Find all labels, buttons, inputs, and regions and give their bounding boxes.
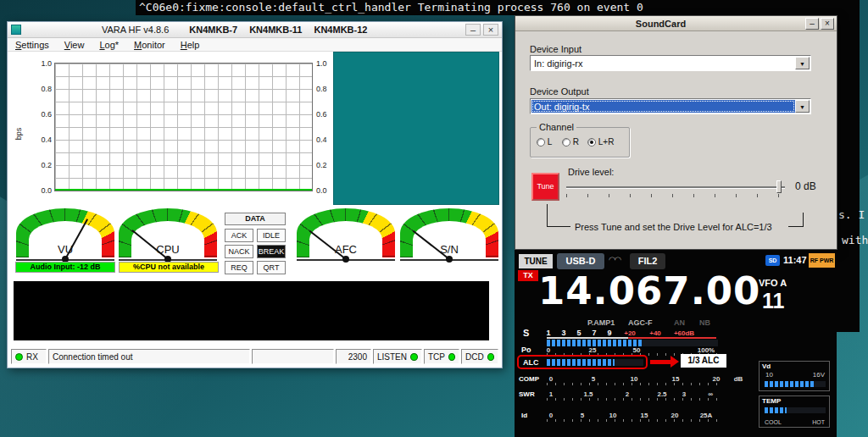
listen-status[interactable]: LISTEN <box>373 349 422 364</box>
minimize-icon[interactable]: – <box>465 24 481 36</box>
id-tick: 15 <box>641 412 648 419</box>
po-meter-label: Po <box>521 346 531 354</box>
comp-tickmarks <box>547 383 725 385</box>
channel-option-r[interactable]: R <box>562 137 579 147</box>
drive-level-slider-thumb[interactable] <box>776 180 782 193</box>
spectrum-display[interactable] <box>14 281 489 340</box>
status-message-text: Connection timed out <box>53 352 133 362</box>
ytick: 0.2 <box>316 161 335 169</box>
channel-option-l[interactable]: L <box>537 137 552 147</box>
radio-display-panel: TUNE USB-D ◠◠ FIL2 SD 11:47 RF PWR TX 14… <box>515 250 837 437</box>
close-icon[interactable]: × <box>483 24 498 36</box>
chart-yticks-left: 1.0 0.8 0.6 0.4 0.2 0.0 <box>33 59 52 195</box>
id-tick: 10 <box>609 412 617 419</box>
rx-label: RX <box>26 352 38 362</box>
tune-button[interactable]: Tune <box>531 173 559 201</box>
req-button[interactable]: REQ <box>225 261 253 274</box>
menu-view[interactable]: View <box>57 40 92 50</box>
tcp-led <box>448 353 455 361</box>
id-tickmarks <box>547 419 718 422</box>
vara-titlebar[interactable]: VARA HF v4.8.6 KN4MKB-7 KN4MKB-11 KN4MKB… <box>8 22 502 38</box>
menu-help[interactable]: Help <box>173 40 208 50</box>
ack-button[interactable]: ACK <box>225 229 253 242</box>
alc-meter-bar <box>547 359 615 366</box>
an-flag: AN <box>674 318 685 327</box>
s-tick: 9 <box>607 329 611 337</box>
device-output-label: Device Output <box>530 86 589 97</box>
device-input-value: In: digirig-rx <box>531 57 795 69</box>
temp-meter-bar <box>765 407 787 413</box>
center-freq-value: 2300 <box>348 352 367 362</box>
channel-option-l-label: L <box>548 137 553 147</box>
minimize-icon[interactable]: – <box>805 18 819 30</box>
swr-meter-label: SWR <box>519 390 535 398</box>
channel-groupbox: Channel L R L+R <box>530 127 630 158</box>
radio-button-icon[interactable] <box>537 138 545 147</box>
device-input-label: Device Input <box>530 44 581 54</box>
listen-led <box>410 353 418 361</box>
vara-menubar: Settings View Log* Monitor Help <box>8 38 502 52</box>
drive-level-label: Drive level: <box>568 167 614 177</box>
s-meter-label: S <box>523 328 529 338</box>
comp-tick: 10 <box>631 375 638 383</box>
rx-led <box>15 353 23 361</box>
vara-window: VARA HF v4.8.6 KN4MKB-7 KN4MKB-11 KN4MKB… <box>7 21 503 368</box>
dcd-led <box>487 353 494 361</box>
ytick: 0.6 <box>316 110 335 119</box>
id-meter-label: Id <box>521 412 527 419</box>
channel-option-lr-label: L+R <box>598 137 615 147</box>
menu-monitor[interactable]: Monitor <box>126 40 173 50</box>
menu-log[interactable]: Log* <box>92 40 126 50</box>
vd-meter-box: Vd 10 16V <box>759 361 830 391</box>
close-icon[interactable]: × <box>821 18 834 30</box>
sn-gauge: S/N <box>400 208 498 261</box>
device-output-select[interactable]: Out: digirig-tx ▼ <box>530 98 811 114</box>
drive-level-slider-track[interactable] <box>566 186 785 188</box>
menu-settings[interactable]: Settings <box>8 40 57 50</box>
channel-option-r-label: R <box>573 137 579 147</box>
waterfall-display[interactable] <box>333 52 499 205</box>
afc-gauge-label: AFC <box>297 243 395 256</box>
qrt-button[interactable]: QRT <box>257 261 286 274</box>
rx-status: RX <box>11 349 47 364</box>
nack-button[interactable]: NACK <box>225 245 253 258</box>
alc-arrow-body <box>650 360 670 364</box>
s-tick: 7 <box>592 329 596 337</box>
comp-tick: 0 <box>549 375 553 383</box>
swr-tick: ∞ <box>708 390 713 398</box>
ytick: 0.4 <box>33 136 52 144</box>
data-panel-header: DATA <box>225 213 286 225</box>
alc-arrow-head <box>670 356 679 368</box>
soundcard-titlebar[interactable]: SoundCard – × <box>515 16 837 31</box>
cpu-gauge-label: CPU <box>119 243 217 256</box>
dcd-label: DCD <box>465 352 484 362</box>
listen-label: LISTEN <box>377 352 407 362</box>
sn-gauge-label: S/N <box>400 243 498 256</box>
bps-zero-line <box>55 189 312 191</box>
channel-option-lr[interactable]: L+R <box>587 137 614 147</box>
idle-button[interactable]: IDLE <box>257 229 286 242</box>
gauge-hub <box>446 256 453 263</box>
ytick: 0.0 <box>316 186 335 195</box>
chevron-down-icon[interactable]: ▼ <box>795 100 810 113</box>
soundcard-window: SoundCard – × Device Input In: digirig-r… <box>515 15 837 250</box>
radio-button-icon[interactable] <box>562 138 570 147</box>
tune-indicator: TUNE <box>519 254 553 268</box>
device-input-select[interactable]: In: digirig-rx ▼ <box>530 55 811 71</box>
chevron-down-icon[interactable]: ▼ <box>795 57 810 69</box>
vd-label: Vd <box>762 362 771 370</box>
soundcard-window-title: SoundCard <box>518 19 804 29</box>
comp-tick: 5 <box>592 375 595 383</box>
s-tick: +40 <box>649 329 661 337</box>
temp-label: TEMP <box>762 397 781 405</box>
radio-button-selected-icon[interactable] <box>587 138 596 147</box>
chart-yticks-right: 1.0 0.8 0.6 0.4 0.2 0.0 <box>316 59 335 195</box>
vd-meter-bar <box>765 381 814 387</box>
tx-indicator: TX <box>518 270 538 281</box>
swr-tick: 3 <box>682 390 686 398</box>
temp-min: COOL <box>765 419 782 425</box>
break-button[interactable]: BREAK <box>257 245 286 258</box>
console-window-top: ^C06e0:fixme:console:default_ctrl_handle… <box>136 0 860 15</box>
vara-body: bps 1.0 0.8 0.6 0.4 0.2 0.0 1.0 0.8 0.6 … <box>8 52 502 368</box>
cpu-gauge: CPU <box>119 208 217 261</box>
